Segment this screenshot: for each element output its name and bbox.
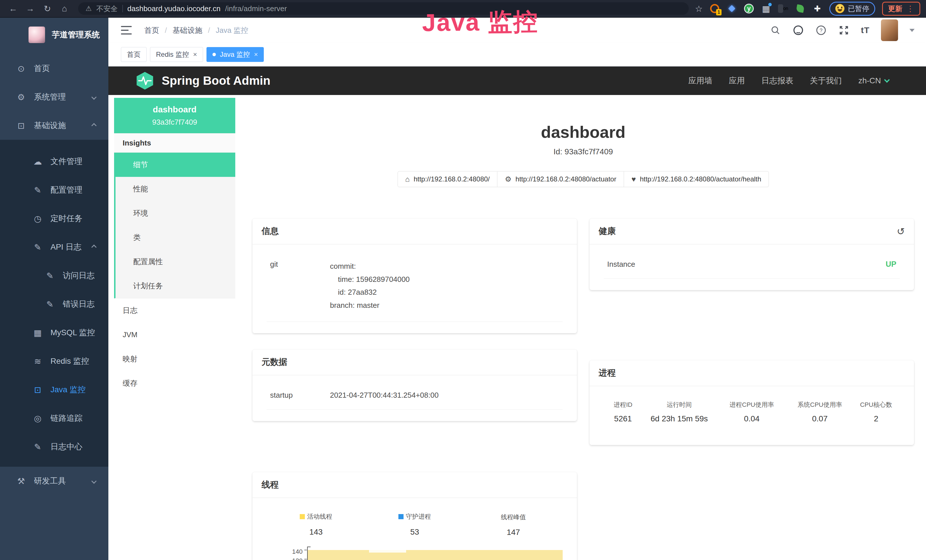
user-menu-caret-icon[interactable] [909, 29, 915, 32]
tab-java-monitor[interactable]: Java 监控 × [206, 47, 264, 62]
sidebar-item-trace[interactable]: ◎ 链路追踪 [0, 404, 108, 433]
metadata-card-title: 元数据 [262, 356, 287, 368]
sba-nav-journal[interactable]: 日志报表 [761, 75, 793, 86]
search-icon[interactable] [770, 24, 781, 36]
breadcrumb-infra[interactable]: 基础设施 [172, 26, 202, 35]
sidebar-item-error-log[interactable]: ✎ 错误日志 [0, 290, 108, 318]
sba-brand[interactable]: Spring Boot Admin [135, 71, 270, 90]
sba-nav-about[interactable]: 关于我们 [810, 75, 842, 86]
page-title: dashboard [253, 123, 914, 141]
browser-home-icon[interactable]: ⌂ [57, 4, 72, 14]
extensions-puzzle-icon[interactable]: ✚ [812, 3, 823, 14]
log-edit-icon: ✎ [44, 271, 55, 281]
sidebar-item-api-log[interactable]: ✎ API 日志 [0, 233, 108, 261]
monitor-icon: ⊡ [32, 385, 43, 395]
fullscreen-icon[interactable] [838, 24, 850, 36]
menu-item-jvm[interactable]: JVM [114, 322, 235, 347]
breadcrumb-home[interactable]: 首页 [144, 26, 159, 35]
app-logo[interactable]: 芋道管理系统 [0, 23, 108, 46]
toolbox-icon: ⚒ [16, 476, 27, 486]
instance-sidebar: dashboard 93a3fc7f7409 Insights 细节 性能 环境… [114, 95, 235, 560]
url-host: dashboard.yudao.iocoder.cn [127, 4, 221, 13]
browser-forward-icon[interactable]: → [23, 4, 38, 14]
service-url-button[interactable]: ⌂ http://192.168.0.2:48080/ [398, 171, 498, 187]
font-size-icon[interactable]: tT [861, 26, 870, 35]
profile-paused-badge[interactable]: 已暂停 [829, 2, 875, 16]
help-icon[interactable]: ? [816, 24, 827, 36]
menu-item-environment[interactable]: 环境 [115, 201, 235, 226]
tab-redis-monitor[interactable]: Redis 监控 × [150, 47, 203, 62]
sba-logo-icon [135, 71, 154, 90]
close-icon[interactable]: × [254, 50, 258, 59]
tab-home[interactable]: 首页 [121, 47, 147, 62]
info-card-title: 信息 [262, 226, 278, 237]
threads-card: 线程 活动线程 143 守护进程 [253, 472, 577, 560]
sba-nav-applications[interactable]: 应用 [729, 75, 745, 86]
extension-leaf-icon[interactable] [795, 3, 805, 14]
metadata-startup-row: startup 2021-04-27T00:44:31.254+08:00 [267, 381, 563, 410]
extension-grid-icon[interactable]: ▦ [761, 3, 771, 14]
home-icon: ⌂ [405, 175, 410, 184]
history-icon[interactable]: ↺ [897, 226, 905, 237]
instance-header: dashboard 93a3fc7f7409 [114, 98, 235, 133]
github-icon[interactable] [793, 24, 804, 36]
extension-y-icon[interactable]: y [744, 3, 754, 14]
browser-menu-icon[interactable]: ⋮ [906, 4, 914, 14]
chevron-up-icon [91, 244, 96, 250]
process-card: 进程 进程ID5261 运行时间6d 23h 15m 59s 进程CPU使用率0… [590, 360, 914, 445]
actuator-url-button[interactable]: ⚙ http://192.168.0.2:48080/actuator [497, 171, 624, 187]
health-card: 健康 ↺ Instance UP [590, 218, 914, 290]
menu-item-logs[interactable]: 日志 [114, 298, 235, 322]
sidebar-item-home[interactable]: ⊙ 首页 [0, 54, 108, 83]
sidebar-collapse-icon[interactable] [121, 26, 132, 35]
extension-refresh-icon[interactable]: 1 [710, 3, 720, 14]
sidebar-item-redis-monitor[interactable]: ≋ Redis 监控 [0, 347, 108, 375]
sba-nav-wallboard[interactable]: 应用墙 [688, 75, 713, 86]
menu-item-classes[interactable]: 类 [115, 226, 235, 250]
root-menu: 日志 JVM 映射 缓存 [114, 298, 235, 395]
menu-item-config-props[interactable]: 配置属性 [115, 250, 235, 274]
timer-icon: ◷ [32, 214, 43, 224]
extension-pin-icon[interactable] [727, 3, 737, 14]
health-url-button[interactable]: ♥ http://192.168.0.2:48080/actuator/heal… [624, 171, 769, 187]
emoji-face-icon [835, 4, 844, 13]
process-card-title: 进程 [599, 367, 616, 379]
log-edit-icon: ✎ [32, 442, 43, 452]
sidebar-item-infra[interactable]: ⊡ 基础设施 [0, 111, 108, 140]
browser-reload-icon[interactable]: ↻ [40, 4, 55, 14]
bookmark-star-icon[interactable]: ☆ [695, 4, 703, 14]
annotation-java-monitor: Java 监控 [422, 5, 539, 40]
admin-sidebar: 芋道管理系统 ⊙ 首页 ⚙ 系统管理 ⊡ 基础设施 [0, 18, 108, 560]
menu-item-mappings[interactable]: 映射 [114, 347, 235, 371]
threads-legend: 活动线程 143 守护进程 53 线程峰值 [267, 504, 563, 537]
page: ← → ↻ ⌂ ⚠ 不安全 dashboard.yudao.iocoder.cn… [0, 0, 926, 560]
security-label[interactable]: 不安全 [96, 4, 118, 14]
tag-tab-bar: 首页 Redis 监控 × Java 监控 × [108, 43, 926, 67]
sidebar-item-log-center[interactable]: ✎ 日志中心 [0, 433, 108, 461]
sidebar-item-java-monitor[interactable]: ⊡ Java 监控 [0, 375, 108, 404]
menu-item-details[interactable]: 细节 [114, 153, 235, 177]
close-icon[interactable]: × [193, 50, 197, 59]
sidebar-item-scheduled-task[interactable]: ◷ 定时任务 [0, 204, 108, 233]
sidebar-item-dev-tools[interactable]: ⚒ 研发工具 [0, 467, 108, 495]
user-avatar[interactable] [881, 20, 898, 41]
threads-card-title: 线程 [262, 479, 278, 491]
sidebar-item-access-log[interactable]: ✎ 访问日志 [0, 261, 108, 290]
sba-language-select[interactable]: zh-CN [858, 76, 889, 85]
sidebar-item-file-manage[interactable]: ☁ 文件管理 [0, 147, 108, 176]
menu-item-caches[interactable]: 缓存 [114, 371, 235, 395]
sidebar-item-config-manage[interactable]: ✎ 配置管理 [0, 176, 108, 204]
menu-item-scheduled-tasks[interactable]: 计划任务 [115, 274, 235, 298]
sidebar-item-mysql-monitor[interactable]: ▦ MySQL 监控 [0, 318, 108, 347]
extension-on-icon[interactable]: on [778, 3, 788, 14]
sidebar-item-system[interactable]: ⚙ 系统管理 [0, 83, 108, 111]
threads-area-series [308, 550, 563, 560]
instance-id: 93a3fc7f7409 [152, 118, 197, 127]
menu-item-metrics[interactable]: 性能 [115, 177, 235, 201]
chrome-update-button[interactable]: 更新 ⋮ [882, 2, 920, 16]
browser-back-icon[interactable]: ← [6, 4, 21, 14]
address-bar[interactable]: ⚠ 不安全 dashboard.yudao.iocoder.cn/infra/a… [78, 2, 689, 15]
instance-links: ⌂ http://192.168.0.2:48080/ ⚙ http://192… [253, 171, 914, 187]
health-card-title: 健康 [599, 226, 616, 237]
instance-name: dashboard [153, 105, 197, 114]
